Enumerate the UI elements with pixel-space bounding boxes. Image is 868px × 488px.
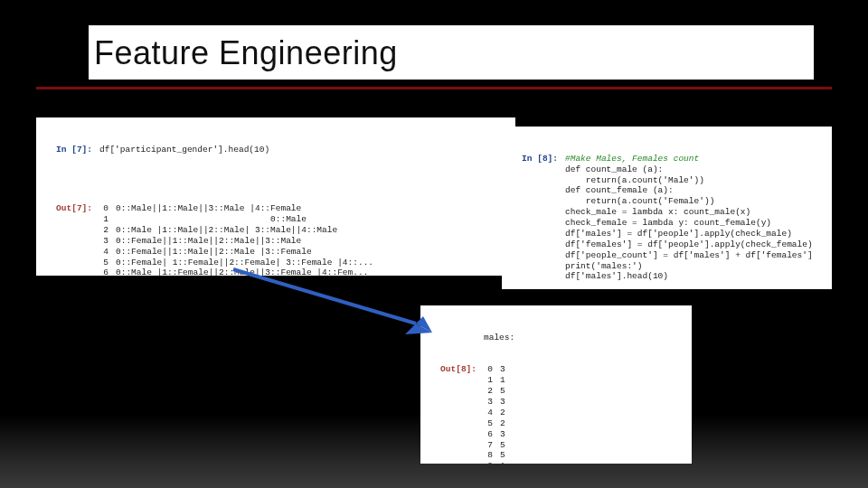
- row-index: 3: [484, 397, 500, 408]
- output-row: Out[8]:03: [428, 364, 684, 375]
- row-index: 6: [99, 267, 116, 276]
- row-index: 1: [484, 375, 500, 386]
- code-line: df['males'] = df['people'].apply(check_m…: [509, 229, 825, 239]
- row-value: 0::Female| 1::Female||2::Female| 3::Fema…: [116, 258, 508, 268]
- row-value: 0::Male||1::Male||3::Male |4::Female: [116, 203, 508, 214]
- row-index: 2: [99, 225, 116, 236]
- row-value: 3: [500, 364, 684, 375]
- notebook-cell-left: In [7]: df['participant_gender'].head(10…: [36, 117, 515, 276]
- row-index: 5: [99, 258, 116, 268]
- output-row: 30::Female||1::Male||2::Male||3::Male: [43, 236, 508, 247]
- output-row: 75: [428, 440, 684, 451]
- output-row: 42: [428, 408, 684, 418]
- row-value: 5: [500, 386, 684, 397]
- code-text: check_female = lambda y: count_female(y): [565, 218, 825, 229]
- row-value: 1: [500, 375, 684, 386]
- output-row: 11: [428, 375, 684, 386]
- code-text: df['people_count'] = df['males'] + df['f…: [565, 250, 825, 261]
- code-line: def count_female (a):: [509, 185, 825, 196]
- row-value: 0::Male |1::Female||2::Male||3::Female |…: [116, 267, 508, 276]
- slide: Feature Engineering In [7]: df['particip…: [0, 0, 868, 488]
- code-line: check_male = lambda x: count_male(x): [509, 207, 825, 218]
- code-line: df['males'].head(10): [509, 271, 825, 282]
- row-value: 2: [500, 418, 684, 429]
- title-area: Feature Engineering: [89, 25, 814, 80]
- row-value: 0::Male: [116, 214, 508, 225]
- code-text: df['females'] = df['people'].apply(check…: [565, 239, 825, 250]
- code-line: df['females'] = df['people'].apply(check…: [509, 239, 825, 250]
- code-text: def count_female (a):: [565, 185, 825, 196]
- in-row: In [7]: df['participant_gender'].head(10…: [43, 145, 508, 155]
- in-prompt: In [8]:: [509, 154, 565, 164]
- code-line: df['people_count'] = df['males'] + df['f…: [509, 250, 825, 261]
- notebook-cell-right-in: In [8]:#Make Males, Females countdef cou…: [502, 127, 832, 289]
- code-line: check_female = lambda y: count_female(y): [509, 218, 825, 229]
- code-text: #Make Males, Females count: [565, 154, 825, 164]
- row-value: 3: [500, 429, 684, 440]
- code-line: def count_male (a):: [509, 164, 825, 175]
- row-index: 1: [99, 214, 116, 225]
- code-line: In [8]:#Make Males, Females count: [509, 154, 825, 164]
- output-row: 63: [428, 429, 684, 440]
- code-text: print('males:'): [565, 261, 825, 272]
- row-index: 4: [99, 247, 116, 258]
- slide-title: Feature Engineering: [94, 34, 808, 72]
- out-prompt: Out[8]:: [428, 364, 484, 375]
- row-value: 1: [500, 461, 684, 464]
- output-row: 20::Male |1::Male||2::Male| 3::Male||4::…: [43, 225, 508, 236]
- output-row: 52: [428, 418, 684, 429]
- row-index: 6: [484, 429, 500, 440]
- print-row: males:: [428, 333, 684, 343]
- notebook-cell-right-out: males: Out[8]:03112533425263758591 Name:…: [420, 305, 692, 464]
- row-index: 2: [484, 386, 500, 397]
- title-underline: [36, 87, 832, 89]
- code-text: df['males'].head(10): [565, 271, 825, 282]
- output-row: Out[7]:00::Male||1::Male||3::Male |4::Fe…: [43, 203, 508, 214]
- in-code: df['participant_gender'].head(10): [99, 145, 508, 155]
- code-text: return(a.count('Female')): [565, 196, 825, 207]
- row-value: 0::Female||1::Male||2::Male |3::Female: [116, 247, 508, 258]
- code-line: print('males:'): [509, 261, 825, 272]
- row-value: 3: [500, 397, 684, 408]
- in-prompt: In [7]:: [43, 145, 99, 155]
- output-row: 1 0::Male: [43, 214, 508, 225]
- output-row: 60::Male |1::Female||2::Male||3::Female …: [43, 267, 508, 276]
- code-text: return(a.count('Male')): [565, 175, 825, 186]
- output-row: 25: [428, 386, 684, 397]
- code-line: return(a.count('Male')): [509, 175, 825, 186]
- row-value: 0::Male |1::Male||2::Male| 3::Male||4::M…: [116, 225, 508, 236]
- row-index: 3: [99, 236, 116, 247]
- row-index: 9: [484, 461, 500, 464]
- row-index: 5: [484, 418, 500, 429]
- print-line: males:: [484, 333, 684, 343]
- row-index: 0: [99, 203, 116, 214]
- output-row: 85: [428, 450, 684, 461]
- output-row: 33: [428, 397, 684, 408]
- code-line: return(a.count('Female')): [509, 196, 825, 207]
- code-text: check_male = lambda x: count_male(x): [565, 207, 825, 218]
- output-row: 50::Female| 1::Female||2::Female| 3::Fem…: [43, 258, 508, 268]
- row-value: 0::Female||1::Male||2::Male||3::Male: [116, 236, 508, 247]
- row-index: 4: [484, 408, 500, 418]
- row-value: 5: [500, 440, 684, 451]
- code-text: df['males'] = df['people'].apply(check_m…: [565, 229, 825, 239]
- row-index: 0: [484, 364, 500, 375]
- code-text: def count_male (a):: [565, 164, 825, 175]
- row-index: 7: [484, 440, 500, 451]
- row-value: 5: [500, 450, 684, 461]
- out-prompt: Out[7]:: [43, 203, 99, 214]
- output-row: 40::Female||1::Male||2::Male |3::Female: [43, 247, 508, 258]
- svg-line-0: [233, 269, 416, 324]
- output-row: 91: [428, 461, 684, 464]
- row-value: 2: [500, 408, 684, 418]
- row-index: 8: [484, 450, 500, 461]
